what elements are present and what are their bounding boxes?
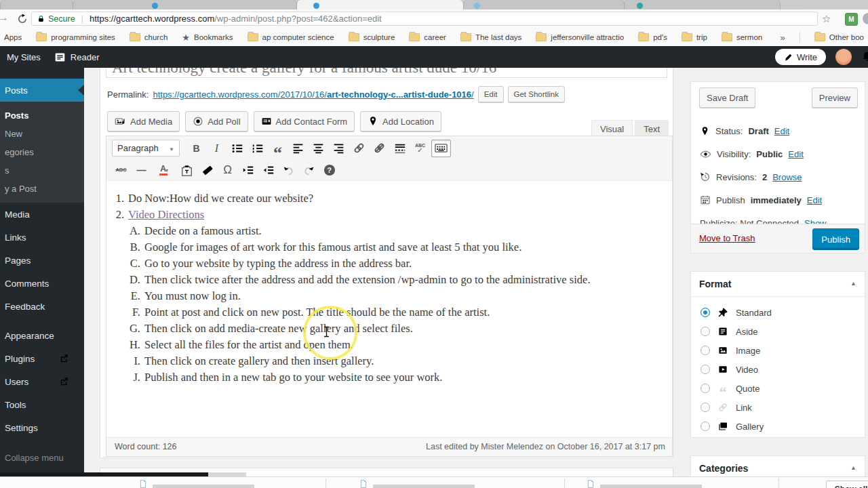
submenu-item-categories[interactable]: egories	[0, 143, 84, 161]
radio-button[interactable]	[701, 422, 710, 431]
special-character-button[interactable]: Ω	[218, 162, 237, 178]
format-header[interactable]: Format ▲	[691, 272, 865, 297]
collapse-menu-button[interactable]: Collapse menu	[0, 447, 84, 468]
extension-circle-icon[interactable]	[863, 13, 868, 24]
decrease-indent-button[interactable]	[239, 162, 257, 178]
clear-formatting-button[interactable]	[198, 162, 216, 178]
insert-more-tag-button[interactable]	[391, 140, 409, 157]
sidebar-item-tools[interactable]: Tools	[0, 393, 84, 416]
bookmark-item[interactable]: ap computer science	[248, 33, 334, 41]
paste-as-text-button[interactable]	[178, 162, 196, 178]
sidebar-item-pages[interactable]: Pages	[0, 249, 84, 272]
increase-indent-button[interactable]	[259, 162, 277, 178]
format-option-link[interactable]: Link	[701, 399, 752, 415]
browse-revisions-link[interactable]: Browse	[772, 172, 802, 182]
bell-icon[interactable]	[861, 51, 868, 62]
numbered-list-button[interactable]	[248, 140, 267, 157]
format-option-gallery[interactable]: Gallery	[701, 418, 764, 434]
apps-shortcut[interactable]: Apps	[4, 33, 22, 41]
bookmark-item[interactable]: ★Bookmarks	[182, 33, 233, 43]
bookmarks-overflow-chevron[interactable]: »	[781, 33, 785, 43]
sidebar-item-feedback[interactable]: Feedback	[0, 295, 84, 318]
align-left-button[interactable]	[289, 140, 307, 157]
show-all-downloads-button[interactable]: Show all	[826, 481, 868, 488]
browser-tab[interactable]	[0, 0, 73, 9]
bookmark-item[interactable]: programming sites	[36, 33, 115, 41]
radio-button[interactable]	[701, 308, 710, 317]
color-caret-icon[interactable]: ▼	[165, 168, 170, 173]
toolbar-toggle-button[interactable]	[431, 140, 451, 157]
sidebar-item-appearance[interactable]: Appearance	[0, 324, 84, 347]
browser-tab-active[interactable]	[296, 0, 464, 9]
bookmark-item[interactable]: pd's	[638, 33, 667, 41]
bold-button[interactable]: B	[187, 140, 205, 157]
bookmark-item[interactable]: sculpture	[349, 33, 395, 41]
avatar[interactable]	[835, 49, 852, 65]
browser-tab[interactable]	[624, 0, 781, 9]
sidebar-item-comments[interactable]: Comments	[0, 272, 84, 295]
format-option-quote[interactable]: “ Quote	[701, 380, 760, 396]
submenu-item-all-posts[interactable]: Posts	[0, 106, 84, 125]
sidebar-item-plugins[interactable]: Plugins	[0, 347, 84, 370]
add-poll-button[interactable]: Add Poll	[185, 111, 248, 131]
edit-visibility-link[interactable]: Edit	[788, 149, 803, 159]
download-item[interactable]	[359, 480, 475, 488]
help-button[interactable]: ?	[320, 162, 338, 178]
paragraph-format-select[interactable]: Paragraph	[112, 140, 180, 157]
edit-schedule-link[interactable]: Edit	[807, 195, 822, 205]
italic-button[interactable]: I	[208, 140, 226, 157]
move-to-trash-link[interactable]: Move to Trash	[699, 233, 755, 243]
format-option-image[interactable]: Image	[701, 342, 760, 359]
radio-button[interactable]	[701, 384, 710, 393]
format-option-aside[interactable]: Aside	[701, 323, 758, 340]
forward-arrow-icon[interactable]: →	[0, 12, 9, 24]
browser-tab[interactable]	[73, 0, 297, 9]
redo-button[interactable]	[300, 162, 318, 178]
permalink-link[interactable]: https://gcarttech.wordpress.com/2017/10/…	[153, 89, 473, 100]
horizontal-rule-button[interactable]: —	[132, 162, 151, 178]
write-button[interactable]: Write	[775, 49, 826, 65]
undo-button[interactable]	[279, 162, 298, 178]
submenu-item-copy-a-post[interactable]: y a Post	[0, 180, 84, 198]
bookmark-item[interactable]: trip	[682, 33, 707, 41]
sidebar-item-settings[interactable]: Settings	[0, 416, 84, 439]
save-draft-button[interactable]: Save Draft	[699, 87, 755, 108]
download-item[interactable]	[587, 480, 702, 488]
radio-button[interactable]	[701, 327, 710, 336]
sidebar-item-posts-active[interactable]: Posts	[0, 79, 84, 102]
browser-tab[interactable]	[463, 0, 625, 9]
bookmark-item[interactable]: career	[409, 33, 446, 41]
extension-icon[interactable]: M	[845, 13, 858, 26]
strikethrough-button[interactable]: ABC	[112, 162, 130, 178]
reader-menu[interactable]: Reader	[47, 46, 106, 68]
bookmark-item[interactable]: The last days	[460, 33, 521, 41]
video-directions-link[interactable]: Video Directions	[128, 207, 204, 223]
preview-button[interactable]: Preview	[812, 87, 858, 108]
bookmark-item[interactable]: jeffersonville attractio	[536, 33, 624, 41]
my-sites-menu[interactable]: My Sites	[0, 46, 47, 68]
address-bar[interactable]: Secure | https://gcarttech.wordpress.com…	[31, 12, 818, 26]
collapse-arrow-icon[interactable]: ▲	[850, 280, 856, 287]
get-shortlink-button[interactable]: Get Shortlink	[508, 86, 565, 102]
add-contact-form-button[interactable]: Add Contact Form	[254, 111, 355, 131]
sidebar-item-users[interactable]: Users	[0, 370, 84, 393]
align-right-button[interactable]	[330, 140, 348, 157]
post-content-editable[interactable]: 1.Do Now:How did we create our website? …	[106, 181, 672, 438]
align-center-button[interactable]	[309, 140, 328, 157]
sidebar-item-links[interactable]: Links	[0, 226, 84, 249]
download-item[interactable]	[139, 480, 254, 488]
add-media-button[interactable]: Add Media	[107, 111, 180, 131]
bookmark-item[interactable]: sermon	[722, 33, 762, 41]
bullet-list-button[interactable]	[228, 140, 246, 157]
reload-icon[interactable]	[17, 14, 28, 24]
new-tab-button[interactable]	[783, 1, 801, 9]
format-option-standard[interactable]: Standard	[701, 304, 772, 321]
insert-link-button[interactable]	[350, 140, 368, 157]
publish-button[interactable]: Publish	[812, 228, 859, 250]
radio-button[interactable]	[701, 365, 710, 374]
bookmark-item[interactable]: church	[130, 33, 168, 41]
text-color-button[interactable]: A▼	[153, 162, 176, 178]
bookmark-star-icon[interactable]: ☆	[822, 13, 831, 25]
radio-button[interactable]	[701, 346, 710, 355]
remove-link-button[interactable]	[370, 140, 389, 157]
